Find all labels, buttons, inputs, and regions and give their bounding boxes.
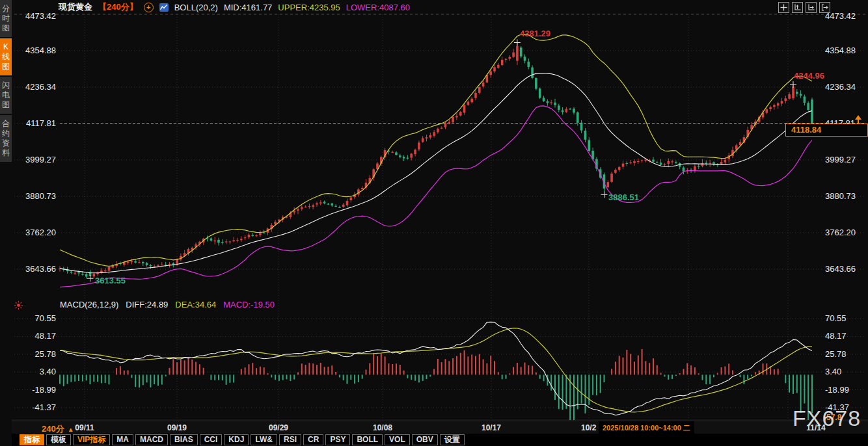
price-axis-label: 3643.66 <box>825 265 867 274</box>
macd-axis-label: -18.99 <box>825 386 867 395</box>
indicator-toolbar: 指标 模板 VIP指标 MA MACD BIAS CCI KDJ LW& RSI… <box>12 434 868 446</box>
kline-chart-icon <box>159 3 169 12</box>
boll-upper-value: UPPER:4235.95 <box>278 3 340 12</box>
sidebar-item-lightning-chart[interactable]: 闪电图 <box>0 77 12 114</box>
price-axis-label: 3643.66 <box>12 265 56 274</box>
pan-move-icon[interactable] <box>778 2 789 13</box>
toolbar-item-bias[interactable]: BIAS <box>170 434 198 445</box>
toolbar-item-psy[interactable]: PSY <box>325 434 350 445</box>
time-axis-row: 240分▲ 09/11 09/19 09/29 10/08 10/17 10/2… <box>12 421 868 434</box>
price-axis-label: 3762.20 <box>825 228 867 237</box>
toolbar-item-cr[interactable]: CR <box>303 434 323 445</box>
add-indicator-icon[interactable]: + <box>144 3 154 12</box>
crosshair-time-tooltip: 2025/10/28 10:00~14:00 二 <box>599 421 694 434</box>
toolbar-item-kdj[interactable]: KDJ <box>224 434 249 445</box>
toolbar-item-cci[interactable]: CCI <box>200 434 223 445</box>
price-up-arrow-stem <box>858 120 859 123</box>
chart-header: 现货黄金 【240分】 + BOLL(20,2) MID:4161.77 UPP… <box>12 0 410 14</box>
chart-tool-icons <box>778 2 830 13</box>
macd-diff-value: DIFF:24.89 <box>126 300 168 309</box>
annotation-period-low: 3613.55 <box>95 276 126 285</box>
macd-axis-label: -41.37 <box>12 403 56 412</box>
price-axis-label: 4236.34 <box>825 83 867 92</box>
chart-canvas[interactable] <box>12 0 868 446</box>
chart-type-sidebar: 分时图 K线图 闪电图 合约资料 <box>0 0 12 446</box>
macd-axis-label: 3.40 <box>825 367 867 376</box>
toolbar-item-macd[interactable]: MACD <box>135 434 168 445</box>
toolbar-item-vol[interactable]: VOL <box>385 434 410 445</box>
boll-params-label: BOLL(20,2) <box>174 3 218 12</box>
toolbar-item-ma[interactable]: MA <box>112 434 133 445</box>
price-axis-label: 3999.27 <box>12 155 56 164</box>
sidebar-item-timeshare-chart[interactable]: 分时图 <box>0 0 12 37</box>
toolbar-item-templates[interactable]: 模板 <box>46 434 71 445</box>
price-axis-label: 4354.88 <box>12 46 56 55</box>
annotation-peak-high: 4381.29 <box>520 29 550 38</box>
macd-axis-label: 70.55 <box>12 314 56 323</box>
price-axis-label: 3880.73 <box>12 192 56 201</box>
toolbar-item-vip-indicators[interactable]: VIP指标 <box>73 434 110 445</box>
toolbar-item-settings[interactable]: 设置 <box>440 434 465 445</box>
date-tick: 09/19 <box>167 423 187 432</box>
macd-params-label: MACD(26,12,9) <box>60 300 118 309</box>
price-axis-label: 3880.73 <box>825 192 867 201</box>
macd-macd-value: MACD:-19.50 <box>223 300 275 309</box>
toolbar-item-boll[interactable]: BOLL <box>352 434 383 445</box>
sidebar-item-contract-info[interactable]: 合约资料 <box>0 115 12 162</box>
trading-app-window: { "header": { "symbol": "现货黄金", "period"… <box>0 0 868 446</box>
date-tick: 09/11 <box>75 423 94 432</box>
macd-axis-label: 3.40 <box>12 367 56 376</box>
macd-axis-label: 25.78 <box>12 350 56 359</box>
chart-root: 现货黄金 【240分】 + BOLL(20,2) MID:4161.77 UPP… <box>12 0 868 446</box>
price-axis-label: 4473.42 <box>825 12 867 21</box>
period-label[interactable]: 【240分】 <box>98 1 138 13</box>
price-axis-label: 3762.20 <box>12 228 56 237</box>
price-axis-label: 3999.27 <box>825 155 867 164</box>
toolbar-item-obv[interactable]: OBV <box>412 434 438 445</box>
macd-axis-label: -18.99 <box>12 386 56 395</box>
toolbar-item-indicators[interactable]: 指标 <box>20 434 44 445</box>
annotation-swing-low: 3886.51 <box>608 192 639 202</box>
macd-axis-label: 25.78 <box>825 350 867 359</box>
boll-lower-value: LOWER:4087.60 <box>346 3 410 12</box>
annotation-recent-high: 4244.96 <box>794 71 824 81</box>
boll-mid-value: MID:4161.77 <box>224 3 272 12</box>
price-axis-label: 4354.88 <box>825 46 867 55</box>
date-tick: 09/29 <box>269 423 288 432</box>
sidebar-item-kline-chart[interactable]: K线图 <box>0 38 12 75</box>
toolbar-item-lw[interactable]: LW& <box>251 434 277 445</box>
toolbar-item-rsi[interactable]: RSI <box>279 434 301 445</box>
indicator-marker-icon[interactable] <box>14 300 23 310</box>
last-price-tag: 4118.84 <box>785 124 868 137</box>
fx678-watermark: FX678 <box>793 406 861 431</box>
zoom-x-axis-icon[interactable] <box>806 2 817 13</box>
price-up-arrow-icon <box>855 115 861 120</box>
macd-axis-label: 48.17 <box>12 332 56 341</box>
date-tick: 10/08 <box>373 423 392 432</box>
price-axis-label: 4236.34 <box>12 83 56 92</box>
macd-dea-value: DEA:34.64 <box>175 300 216 309</box>
date-tick: 10/17 <box>481 423 501 432</box>
price-axis-label: 4117.81 <box>12 119 56 128</box>
date-tick-partial: 10/2 <box>581 423 596 432</box>
zoom-y-axis-icon[interactable] <box>792 2 803 13</box>
export-pan-icon[interactable] <box>819 2 830 13</box>
macd-header: MACD(26,12,9) DIFF:24.89 DEA:34.64 MACD:… <box>60 300 275 309</box>
period-up-triangle-icon: ▲ <box>68 426 74 433</box>
symbol-name: 现货黄金 <box>59 1 92 13</box>
macd-axis-label: 48.17 <box>825 332 867 341</box>
macd-axis-label: 70.55 <box>825 314 867 323</box>
